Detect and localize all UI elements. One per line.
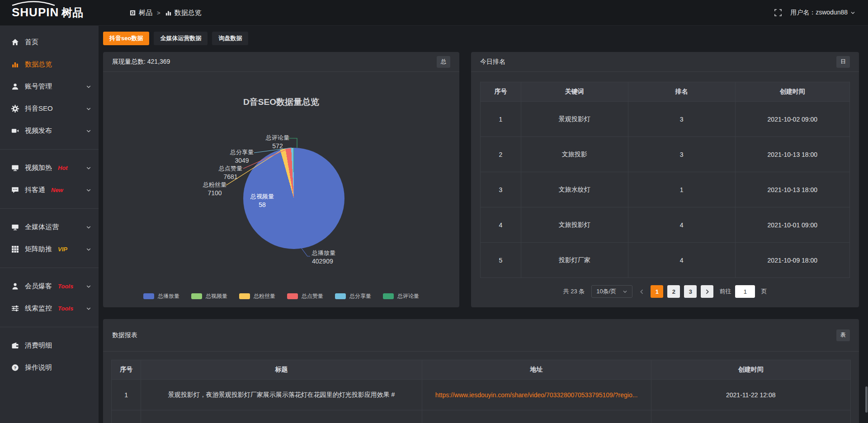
pie-label-value: 58: [250, 201, 274, 209]
table-cell: 景观投影灯，夜游景观投影灯厂家展示展示落花灯在花园里的灯光投影应用效果 #: [141, 380, 422, 410]
tab-bar: 抖音seo数据全媒体运营数据询盘数据: [103, 32, 248, 45]
table-cell: [112, 410, 141, 423]
table-cell: 3: [628, 102, 735, 137]
sidebar-item-2[interactable]: 账号管理: [0, 75, 99, 98]
table-cell: 5: [481, 243, 521, 278]
next-page-button[interactable]: [701, 285, 713, 298]
bar-chart-icon: [11, 61, 19, 68]
table-cell: 2021-10-13 18:00: [735, 172, 849, 207]
legend-label: 总播放量: [158, 292, 179, 300]
sidebar-item-3[interactable]: 抖音SEO: [0, 98, 99, 120]
overview-card: 展现量总数: 421,369 总 D音SEO数据量总览 总播放量 总视频量 总粉…: [103, 52, 459, 307]
ranking-table-wrap: 序号关键词排名创建时间 1景观投影灯32021-10-02 09:002文旅投影…: [480, 82, 850, 278]
legend-item[interactable]: 总视频量: [191, 292, 227, 300]
sidebar-divider: [0, 149, 99, 150]
sidebar-item-8[interactable]: 矩阵助推 VIP: [0, 238, 99, 260]
brand-cjk: 树品: [61, 5, 83, 20]
legend-item[interactable]: 总评论量: [383, 292, 419, 300]
page-button-2[interactable]: 2: [667, 285, 680, 298]
topbar-right: 用户名：zswodun88: [774, 9, 868, 17]
table-cell: 4: [628, 207, 735, 243]
daily-toggle-button[interactable]: 日: [836, 56, 850, 68]
sidebar-item-label: 矩阵助推: [25, 245, 52, 254]
table-cell: 2021-10-01 09:00: [735, 207, 849, 243]
sidebar-item-label: 抖音SEO: [25, 104, 53, 113]
legend-label: 总点赞量: [302, 292, 323, 300]
sidebar-item-1[interactable]: 数据总览: [0, 53, 99, 75]
page-button-1[interactable]: 1: [651, 285, 663, 298]
tab-2[interactable]: 询盘数据: [212, 32, 248, 45]
breadcrumb-item-shupin[interactable]: 树品: [129, 9, 152, 17]
report-table-wrap: 序号标题地址创建时间 1 景观投影灯，夜游景观投影灯厂家展示展示落花灯在花园里的…: [111, 360, 851, 423]
table-cell: 文旅投影: [521, 137, 628, 172]
sidebar-item-7[interactable]: 全媒体运营: [0, 216, 99, 238]
page-button-3[interactable]: 3: [684, 285, 697, 298]
sidebar-item-label: 视频发布: [25, 127, 52, 135]
tab-1[interactable]: 全媒体运营数据: [154, 32, 208, 45]
chat-icon: [11, 186, 19, 194]
sidebar-divider: [0, 268, 99, 268]
table-cell: 2021-11-22 12:08: [651, 380, 850, 410]
grid-icon: [11, 245, 19, 253]
breadcrumb-item-overview[interactable]: 数据总览: [165, 9, 202, 17]
sidebar-item-12[interactable]: ? 操作说明: [0, 357, 99, 379]
sidebar-item-9[interactable]: 会员爆客 Tools: [0, 275, 99, 297]
sidebar-item-10[interactable]: 线索监控 Tools: [0, 297, 99, 320]
column-header: 关键词: [521, 82, 628, 102]
pie-label-value: 3049: [230, 156, 254, 164]
fullscreen-icon[interactable]: [774, 9, 782, 17]
app-icon: [129, 9, 136, 16]
goto-page-input[interactable]: [735, 285, 755, 298]
scrollbar-thumb[interactable]: [865, 386, 868, 413]
legend-swatch: [383, 293, 394, 299]
user-menu[interactable]: 用户名：zswodun88: [790, 9, 855, 17]
pie-label-1: 总视频量 58: [250, 193, 274, 209]
badge-hot: Hot: [58, 164, 68, 171]
sidebar-item-5[interactable]: 视频加热 Hot: [0, 157, 99, 179]
sidebar-item-11[interactable]: 消费明细: [0, 334, 99, 357]
legend-item[interactable]: 总分享量: [335, 292, 371, 300]
video-link[interactable]: https://www.iesdouyin.com/share/video/70…: [435, 391, 638, 399]
pie-label-2: 总粉丝量 7100: [203, 181, 226, 197]
table-toggle-button[interactable]: 表: [836, 329, 850, 341]
gear-icon: [11, 105, 19, 113]
page-size-select[interactable]: 10条/页: [591, 285, 632, 298]
legend-item[interactable]: 总播放量: [143, 292, 179, 300]
sidebar-item-label: 账号管理: [25, 82, 52, 91]
table-cell: [651, 410, 850, 423]
tab-0[interactable]: 抖音seo数据: [103, 32, 149, 45]
prev-page-button[interactable]: [637, 289, 646, 295]
sidebar-item-0[interactable]: 首页: [0, 31, 99, 53]
ranking-card-title: 今日排名: [480, 58, 505, 66]
overview-card-header: 展现量总数: 421,369 总: [103, 52, 459, 72]
column-header: 排名: [628, 82, 735, 102]
chevron-down-icon: [86, 84, 91, 89]
breadcrumb: 树品 > 数据总览: [129, 9, 202, 17]
table-cell: 2021-10-09 18:00: [735, 243, 849, 278]
chevron-down-icon: [86, 128, 91, 134]
total-toggle-button[interactable]: 总: [437, 56, 450, 68]
table-cell: 1: [481, 102, 521, 137]
sidebar-item-4[interactable]: 视频发布: [0, 120, 99, 142]
bar-chart-icon: [165, 9, 172, 16]
breadcrumb-label: 数据总览: [175, 9, 202, 17]
report-card-title: 数据报表: [112, 331, 137, 339]
table-cell: 2021-10-13 18:00: [735, 137, 849, 172]
pie-label-name: 总粉丝量: [203, 181, 226, 188]
table-row: 1 景观投影灯，夜游景观投影灯厂家展示展示落花灯在花园里的灯光投影应用效果 # …: [112, 380, 851, 410]
monitor-icon: [11, 223, 19, 231]
breadcrumb-separator: >: [157, 9, 160, 16]
legend-item[interactable]: 总粉丝量: [239, 292, 275, 300]
pagination: 共 23 条 10条/页 123 前往 页: [471, 285, 859, 298]
sidebar-item-label: 消费明细: [25, 341, 52, 350]
legend-swatch: [287, 293, 298, 299]
question-icon: ?: [11, 364, 19, 371]
pie-label-value: 7100: [203, 189, 226, 197]
table-cell: 文旅投影灯: [521, 207, 628, 243]
sidebar-item-6[interactable]: 抖客通 New: [0, 179, 99, 201]
chevron-down-icon: [86, 225, 91, 230]
legend-item[interactable]: 总点赞量: [287, 292, 323, 300]
person-icon: [11, 282, 19, 290]
chevron-down-icon: [86, 247, 91, 252]
pie-label-name: 总分享量: [230, 149, 254, 156]
